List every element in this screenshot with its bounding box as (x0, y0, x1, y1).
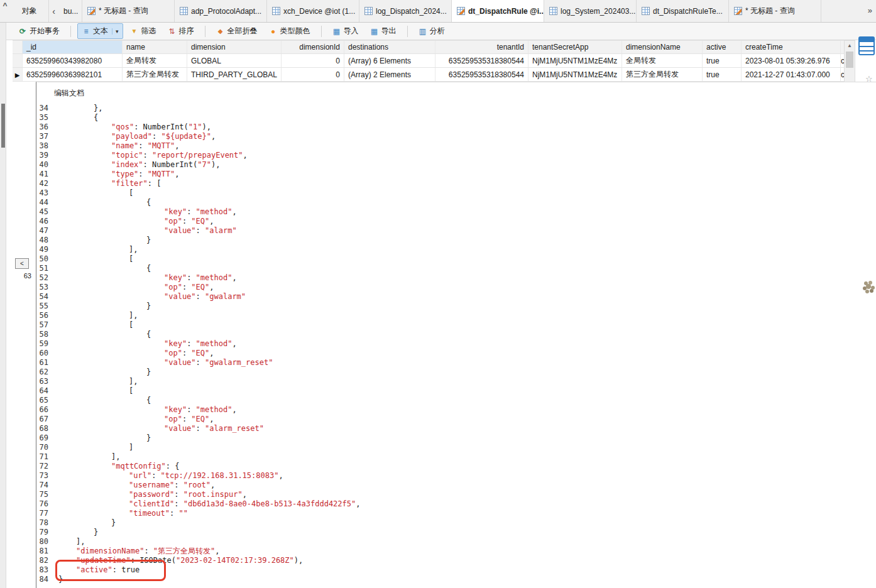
import-button[interactable]: 导入 (328, 23, 363, 39)
sort-button[interactable]: 排序 (163, 23, 199, 39)
column-header-name[interactable]: name (123, 41, 187, 53)
cell-dimensionId[interactable]: 0 (282, 54, 344, 67)
column-header-dimensionName[interactable]: dimensionName (622, 41, 703, 53)
code-line[interactable]: 76"clientId": "db6d1a3d-8ae0-4be8-b513-4… (36, 499, 876, 509)
column-header-active[interactable]: active (703, 41, 742, 53)
code-line[interactable]: 63], (36, 377, 876, 386)
cell-name[interactable]: 第三方全局转发 (123, 68, 187, 81)
code-line[interactable]: 35{ (36, 113, 876, 122)
code-line[interactable]: 64[ (36, 386, 876, 396)
code-line[interactable]: 77"timeout": "" (36, 509, 876, 518)
code-line[interactable]: 61"value": "gwalarm_reset" (36, 358, 876, 368)
cell-_id[interactable]: 635259960363982101 (23, 68, 123, 81)
column-header-createTime[interactable]: createTime (742, 41, 841, 53)
side-panel-table-icon[interactable] (858, 36, 875, 55)
code-line[interactable]: 59"key": "method", (36, 339, 876, 349)
column-header-tenantId[interactable]: tenantId (435, 41, 528, 53)
tab-scroll-left-icon[interactable] (49, 0, 58, 22)
scrollbar-thumb[interactable] (846, 52, 853, 68)
dropdown-arrow-icon[interactable]: ▾ (112, 28, 119, 35)
collapse-all-button[interactable]: 全部折叠 (212, 23, 262, 39)
cell-tenantId[interactable]: 635259535318380544 (435, 54, 528, 67)
tab-dt-dispatchrule[interactable]: dt_DispatchRule @i... (452, 0, 544, 22)
code-line[interactable]: 52"key": "method", (36, 273, 876, 283)
cell-dimension[interactable]: GLOBAL (187, 54, 282, 67)
cell-dimensionName[interactable]: 第三方全局转发 (622, 68, 703, 81)
code-line[interactable]: 51{ (36, 264, 876, 273)
column-header-dimension[interactable]: dimension (187, 41, 282, 53)
code-line[interactable]: 38"name": "MQTT", (36, 141, 876, 151)
code-line[interactable]: 78} (36, 518, 876, 528)
cell-dimensionName[interactable]: 全局转发 (622, 54, 703, 67)
code-line[interactable]: 70] (36, 443, 876, 452)
column-header-destinations[interactable]: destinations (344, 41, 435, 53)
cell-tenantId[interactable]: 635259535318380544 (435, 68, 528, 81)
table-row[interactable]: 635259960343982080全局转发GLOBAL0(Array) 6 E… (13, 54, 853, 68)
cell-destinations[interactable]: (Array) 2 Elements (344, 68, 435, 81)
code-line[interactable]: 83"active": true (36, 565, 876, 575)
begin-transaction-button[interactable]: 开始事务 (14, 23, 64, 39)
code-line[interactable]: 50[ (36, 254, 876, 264)
code-line[interactable]: 57[ (36, 320, 876, 330)
left-scrollbar[interactable] (0, 23, 6, 588)
cell-tenantSecretApp[interactable]: NjM1MjU5NTM1MzE4Mz (528, 54, 622, 67)
code-line[interactable]: 49], (36, 245, 876, 254)
tab-partial[interactable]: bu... (58, 0, 82, 22)
code-line[interactable]: 60"op": "EQ", (36, 349, 876, 358)
text-view-button[interactable]: 文本▾ (77, 23, 123, 39)
code-line[interactable]: 34}, (36, 104, 876, 113)
code-line[interactable]: 40"index": NumberInt("7"), (36, 160, 876, 170)
scroll-up-icon[interactable] (847, 41, 852, 48)
cell-createTime[interactable]: 2021-12-27 01:43:07.000 (742, 68, 841, 81)
code-line[interactable]: 44{ (36, 198, 876, 207)
code-line[interactable]: 53"op": "EQ", (36, 283, 876, 292)
cell-destinations[interactable]: (Array) 6 Elements (344, 54, 435, 67)
column-header-dimensionId[interactable]: dimensionId (282, 41, 344, 53)
code-line[interactable]: 65{ (36, 396, 876, 405)
tab-log-dispatch[interactable]: log_Dispatch_2024... (359, 0, 452, 22)
code-line[interactable]: 62} (36, 368, 876, 377)
code-line[interactable]: 36"qos": NumberInt("1"), (36, 122, 876, 132)
left-scrollbar-thumb[interactable] (1, 104, 5, 148)
code-line[interactable]: 41"type": "MQTT", (36, 170, 876, 179)
code-line[interactable]: 82"updateTime": ISODate("2023-02-14T02:1… (36, 556, 876, 565)
cell-dimensionId[interactable]: 0 (282, 68, 344, 81)
chevron-up-icon[interactable] (0, 0, 10, 22)
code-line[interactable]: 48} (36, 236, 876, 245)
column-header-_id[interactable]: _id (23, 41, 123, 53)
code-line[interactable]: 46"op": "EQ", (36, 217, 876, 226)
type-color-button[interactable]: 类型颜色 (265, 23, 315, 39)
code-area[interactable]: 34},35{36"qos": NumberInt("1"),37"payloa… (36, 104, 876, 588)
code-line[interactable]: 58{ (36, 330, 876, 339)
column-header-tenantSecretApp[interactable]: tenantSecretApp (528, 41, 622, 53)
collapse-panel-button[interactable]: < (15, 258, 29, 269)
code-line[interactable]: 80], (36, 537, 876, 547)
cell-name[interactable]: 全局转发 (123, 54, 187, 67)
code-line[interactable]: 75"password": "root.inspur", (36, 490, 876, 499)
analyze-button[interactable]: 分析 (414, 23, 449, 39)
code-line[interactable]: 56], (36, 311, 876, 320)
code-line[interactable]: 39"topic": "report/prepayEvent", (36, 151, 876, 160)
tab-adp-protocoladapter[interactable]: adp_ProtocolAdapt... (175, 0, 267, 22)
code-line[interactable]: 84} (36, 575, 876, 584)
code-line[interactable]: 79} (36, 528, 876, 537)
code-line[interactable]: 47"value": "alarm" (36, 226, 876, 236)
cell-_id[interactable]: 635259960343982080 (23, 54, 123, 67)
cell-active[interactable]: true (703, 54, 742, 67)
code-line[interactable]: 81"dimensionName": "第三方全局转发", (36, 547, 876, 556)
table-row[interactable]: 635259960363982101第三方全局转发THIRD_PARTY_GLO… (13, 68, 853, 82)
export-button[interactable]: 导出 (366, 23, 401, 39)
grid-vertical-scrollbar[interactable] (844, 40, 855, 82)
code-line[interactable]: 55} (36, 302, 876, 311)
tab-untitled-query-2[interactable]: * 无标题 - 查询 (729, 0, 821, 22)
tab-log-system[interactable]: log_System_202403... (544, 0, 637, 22)
tab-untitled-query-1[interactable]: * 无标题 - 查询 (82, 0, 175, 22)
cell-tenantSecretApp[interactable]: NjM1MjU5NTM1MzE4Mz (528, 68, 622, 81)
cell-createTime[interactable]: 2023-08-01 05:39:26.976 (742, 54, 841, 67)
tab-dt-dispatchruletemplate[interactable]: dt_DispatchRuleTe... (637, 0, 729, 22)
code-line[interactable]: 37"payload": "${update}", (36, 132, 876, 141)
code-line[interactable]: 54"value": "gwalarm" (36, 292, 876, 302)
code-line[interactable]: 73"url": "tcp://192.168.31.15:8083", (36, 471, 876, 481)
code-line[interactable]: 45"key": "method", (36, 207, 876, 217)
filter-button[interactable]: 筛选 (126, 23, 161, 39)
